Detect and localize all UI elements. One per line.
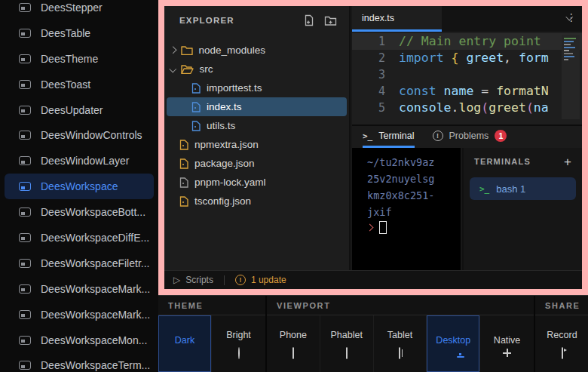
update-button[interactable]: ! 1 update: [235, 275, 286, 285]
editor-tab-index-ts[interactable]: index.ts: [352, 6, 442, 32]
statusbar-divider: [224, 275, 225, 285]
toolbar-section-share: SHARERecord: [534, 296, 588, 372]
storybook-toolbar: THEMEDarkBrightVIEWPORTPhonePhabletTable…: [158, 295, 588, 372]
sidebar-item-DeesWorkspaceBott[interactable]: DeesWorkspaceBott...: [5, 199, 154, 225]
code-line: 1// Main entry point: [352, 33, 582, 50]
explorer-title: EXPLORER: [179, 16, 294, 25]
sidebar-item-DeesWorkspace[interactable]: DeesWorkspace: [5, 174, 154, 199]
tree-item-label: node_modules: [199, 45, 266, 56]
line-number: 2: [352, 50, 385, 66]
tree-item-tsconfig-json[interactable]: tsconfig.json: [167, 192, 347, 211]
component-icon: [19, 156, 31, 165]
code-text: console.log(greet(na: [385, 100, 549, 116]
dark-button[interactable]: Dark: [158, 315, 212, 372]
editor-tabbar: index.ts ⋮: [352, 6, 582, 32]
sidebar-item-DeesWorkspaceMark[interactable]: DeesWorkspaceMark...: [5, 276, 154, 302]
tree-item-label: tsconfig.json: [194, 195, 251, 207]
tree-item-npmextra-json[interactable]: npmextra.json: [167, 135, 347, 154]
explorer-panel: EXPLORER node_modulessrcimporttest.tsind…: [164, 6, 351, 270]
sidebar-item-label: DeesTable: [41, 27, 90, 39]
terminal-cursor: [379, 221, 387, 234]
terminal-lines: ~/tu2nkv9az25v2nuyelsgkmz0x8c251-jxif: [367, 154, 461, 220]
component-icon: [19, 131, 31, 140]
terminal-prompt: [367, 221, 461, 234]
minimap-line: [564, 50, 569, 51]
record-button[interactable]: Record: [535, 315, 588, 372]
tree-item-node_modules[interactable]: node_modules: [167, 41, 347, 60]
add-terminal-button[interactable]: +: [564, 155, 571, 168]
component-icon: [19, 310, 31, 319]
tree-item-package-json[interactable]: package.json: [167, 154, 347, 173]
native-button[interactable]: Native: [480, 315, 534, 372]
terminal-output[interactable]: ~/tu2nkv9az25v2nuyelsgkmz0x8c251-jxif: [352, 148, 461, 270]
sidebar-item-DeesWorkspaceTerm[interactable]: DeesWorkspaceTerm...: [5, 352, 154, 372]
sidebar-item-DeesWorkspaceMon[interactable]: DeesWorkspaceMon...: [5, 327, 154, 353]
tree-item-utils-ts[interactable]: utils.ts: [167, 116, 347, 135]
new-folder-icon[interactable]: [324, 15, 337, 26]
sidebar-item-DeesToast[interactable]: DeesToast: [5, 72, 154, 97]
phablet-button[interactable]: Phablet: [320, 315, 374, 372]
button-label: Phablet: [330, 330, 362, 340]
minimap[interactable]: [562, 35, 580, 119]
tablet-button[interactable]: Tablet: [374, 315, 427, 372]
panel-tab-terminal[interactable]: >_Terminal: [363, 126, 415, 148]
section-buttons: DarkBright: [158, 315, 265, 372]
component-icon: [19, 29, 31, 38]
bash-prompt-icon: >_: [479, 184, 489, 194]
button-label: Bright: [226, 330, 251, 340]
desktop-button[interactable]: Desktop: [427, 315, 480, 372]
tablet-icon: [399, 348, 400, 358]
tree-item-pnpm-lock-yaml[interactable]: pnpm-lock.yaml: [167, 173, 347, 192]
sidebar-item-DeesWorkspaceFiletr[interactable]: DeesWorkspaceFiletr...: [5, 251, 154, 276]
minimap-line: [564, 47, 575, 48]
folder-icon: [181, 64, 194, 74]
tree-item-src[interactable]: src: [167, 60, 347, 78]
new-file-icon[interactable]: [303, 14, 315, 26]
bottom-panel-tabs: >_Terminal!Problems1: [352, 125, 582, 148]
tree-item-index-ts[interactable]: index.ts: [167, 97, 347, 116]
sidebar-item-label: DeesWorkspaceBott...: [41, 206, 145, 218]
sidebar-item-DeesWorkspaceMark[interactable]: DeesWorkspaceMark...: [5, 302, 154, 327]
sidebar-item-DeesWindowLayer[interactable]: DeesWindowLayer: [5, 148, 154, 174]
sidebar-item-DeesUpdater[interactable]: DeesUpdater: [5, 97, 154, 123]
minimap-line: [564, 53, 573, 54]
sidebar-item-DeesTable[interactable]: DeesTable: [5, 20, 154, 46]
sidebar-item-DeesTheme[interactable]: DeesTheme: [5, 46, 154, 72]
sidebar-item-label: DeesWorkspaceMark...: [41, 309, 150, 321]
sidebar-item-label: DeesWorkspaceDiffE...: [41, 232, 149, 244]
component-icon: [19, 106, 31, 115]
scripts-button[interactable]: ▷ Scripts: [173, 275, 213, 285]
bright-button[interactable]: Bright: [212, 315, 265, 372]
sidebar-item-label: DeesStepper: [41, 2, 103, 14]
chevron-right-icon: [170, 47, 176, 54]
component-icon: [19, 3, 31, 12]
sidebar-item-label: DeesWindowControls: [41, 129, 142, 141]
tree-item-importtest-ts[interactable]: importtest.ts: [167, 78, 347, 97]
terminal-line: 25v2nuyelsg: [367, 171, 461, 187]
terminal-session-bash-1[interactable]: >_bash 1: [470, 177, 576, 200]
dees-workspace: EXPLORER node_modulessrcimporttest.tsind…: [164, 6, 582, 289]
json-file-icon: [179, 140, 188, 150]
code-editor[interactable]: 1// Main entry point2import { greet, for…: [352, 32, 582, 125]
tree-item-label: utils.ts: [207, 120, 235, 131]
file-file-icon: [179, 177, 188, 188]
line-number: 3: [352, 66, 385, 83]
code-line: 5console.log(greet(na: [352, 100, 582, 116]
terminal-line: jxif: [367, 204, 461, 220]
component-icon: [19, 233, 31, 242]
sidebar-item-DeesWorkspaceDiffE[interactable]: DeesWorkspaceDiffE...: [5, 225, 154, 251]
sidebar-item-DeesStepper[interactable]: DeesStepper: [5, 0, 154, 20]
sidebar-item-label: DeesWindowLayer: [41, 155, 130, 167]
sidebar-item-DeesWindowControls[interactable]: DeesWindowControls: [5, 122, 154, 148]
section-title-theme: THEME: [158, 296, 265, 315]
phone-button[interactable]: Phone: [267, 315, 320, 372]
component-icon: [19, 208, 31, 217]
button-label: Tablet: [387, 330, 412, 340]
terminal-sessions: >_bash 1: [464, 177, 582, 200]
sidebar-item-label: DeesWorkspaceTerm...: [41, 359, 150, 371]
button-label: Desktop: [436, 335, 470, 346]
toolbar-section-viewport: VIEWPORTPhonePhabletTabletDesktopNative: [265, 296, 534, 372]
code-line: 3: [352, 66, 582, 83]
tree-item-label: package.json: [194, 158, 255, 169]
panel-tab-problems[interactable]: !Problems1: [433, 126, 507, 148]
